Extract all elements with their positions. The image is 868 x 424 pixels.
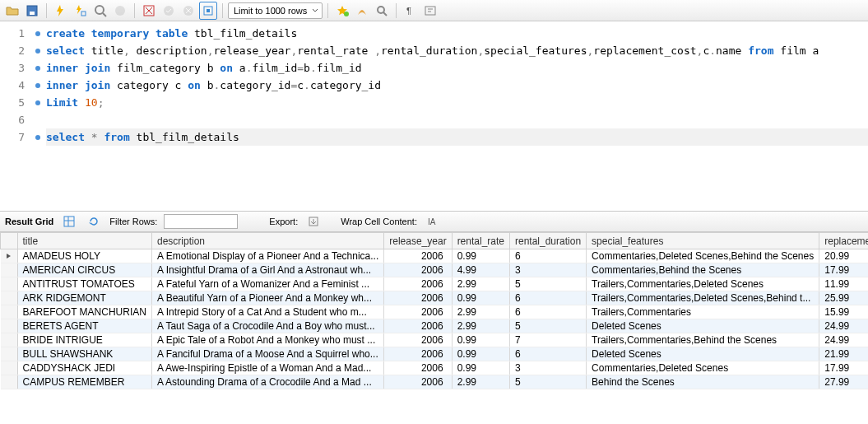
cell[interactable]: 21.99 [819, 347, 868, 361]
export-icon[interactable] [304, 212, 323, 231]
cell[interactable]: CADDYSHACK JEDI [17, 361, 151, 375]
cell[interactable]: A Insightful Drama of a Girl And a Astro… [151, 263, 383, 277]
results-grid[interactable]: titledescriptionrelease_yearrental_rater… [0, 232, 868, 424]
cell[interactable]: 17.99 [819, 361, 868, 375]
cell[interactable]: ARK RIDGEMONT [17, 291, 151, 305]
cell[interactable]: AMADEUS HOLY [17, 249, 151, 263]
refresh-icon[interactable] [85, 212, 103, 231]
cell[interactable]: ANTITRUST TOMATOES [17, 277, 151, 291]
grid-view-icon[interactable] [60, 212, 78, 231]
table-row[interactable]: BULL SHAWSHANKA Fanciful Drama of a Moos… [1, 347, 869, 361]
cell[interactable]: Trailers,Commentaries,Behind the Scenes [587, 333, 819, 347]
row-limit-select[interactable]: Limit to 1000 rows [228, 2, 323, 19]
commit-icon[interactable] [140, 2, 158, 20]
cell[interactable]: 0.99 [452, 333, 509, 347]
cell[interactable]: Commentaries,Behind the Scenes [587, 263, 819, 277]
table-row[interactable]: BRIDE INTRIGUEA Epic Tale of a Robot And… [1, 333, 869, 347]
cell[interactable]: A Taut Saga of a Crocodile And a Boy who… [151, 319, 383, 333]
stop-icon[interactable] [111, 2, 129, 20]
cell[interactable]: 2006 [384, 277, 452, 291]
show-hide-icon[interactable]: ¶ [402, 2, 420, 20]
wrap-icon[interactable] [421, 2, 439, 20]
table-row[interactable]: CADDYSHACK JEDIA Awe-Inspiring Epistle o… [1, 361, 869, 375]
column-header-special_features[interactable]: special_features [587, 233, 819, 249]
column-header-rental_duration[interactable]: rental_duration [510, 233, 587, 249]
execute-plan-icon[interactable] [72, 2, 90, 20]
table-row[interactable]: BAREFOOT MANCHURIANA Intrepid Story of a… [1, 305, 869, 319]
cell[interactable]: Trailers,Commentaries,Deleted Scenes,Beh… [587, 291, 819, 305]
column-header-description[interactable]: description [151, 233, 383, 249]
cell[interactable]: 2006 [384, 361, 452, 375]
favorite-icon[interactable] [333, 2, 351, 20]
table-row[interactable]: AMERICAN CIRCUSA Insightful Drama of a G… [1, 263, 869, 277]
cell[interactable]: Behind the Scenes [587, 375, 819, 389]
wrap-cell-icon[interactable]: IA [424, 212, 442, 231]
cell[interactable]: Trailers,Commentaries [587, 305, 819, 319]
column-header-replacement_cost[interactable]: replacement_cost [819, 233, 868, 249]
cell[interactable]: A Awe-Inspiring Epistle of a Woman And a… [151, 361, 383, 375]
column-header-title[interactable]: title [17, 233, 151, 249]
execute-icon[interactable] [52, 2, 70, 20]
cell[interactable]: 11.99 [819, 277, 868, 291]
explain-icon[interactable] [91, 2, 109, 20]
cell[interactable]: BAREFOOT MANCHURIAN [17, 305, 151, 319]
cell[interactable]: 5 [510, 375, 587, 389]
cell[interactable]: 4.99 [452, 263, 509, 277]
cell[interactable]: A Fateful Yarn of a Womanizer And a Femi… [151, 277, 383, 291]
column-header-release_year[interactable]: release_year [384, 233, 452, 249]
code-area[interactable]: create temporary table tbl_film_detailss… [46, 25, 868, 161]
cell[interactable]: 2.99 [452, 375, 509, 389]
cell[interactable]: 25.99 [819, 291, 868, 305]
cell[interactable]: 3 [510, 263, 587, 277]
column-header-rental_rate[interactable]: rental_rate [452, 233, 509, 249]
table-row[interactable]: ANTITRUST TOMATOESA Fateful Yarn of a Wo… [1, 277, 869, 291]
cell[interactable]: 7 [510, 333, 587, 347]
cell[interactable]: A Beautiful Yarn of a Pioneer And a Monk… [151, 291, 383, 305]
cell[interactable]: 6 [510, 291, 587, 305]
cell[interactable]: 2006 [384, 305, 452, 319]
cell[interactable]: 2006 [384, 375, 452, 389]
cell[interactable]: A Epic Tale of a Robot And a Monkey who … [151, 333, 383, 347]
save-icon[interactable] [23, 2, 41, 20]
cell[interactable]: BRIDE INTRIGUE [17, 333, 151, 347]
sql-editor[interactable]: 1234567 create temporary table tbl_film_… [0, 21, 868, 161]
cell[interactable]: 6 [510, 347, 587, 361]
cell[interactable]: 5 [510, 319, 587, 333]
cell[interactable]: Commentaries,Deleted Scenes,Behind the S… [587, 249, 819, 263]
cell[interactable]: Deleted Scenes [587, 319, 819, 333]
table-row[interactable]: AMADEUS HOLYA Emotional Display of a Pio… [1, 249, 869, 263]
cell[interactable]: 2006 [384, 291, 452, 305]
table-row[interactable]: CAMPUS REMEMBERA Astounding Drama of a C… [1, 375, 869, 389]
table-row[interactable]: ARK RIDGEMONTA Beautiful Yarn of a Pione… [1, 291, 869, 305]
cell[interactable]: 2006 [384, 249, 452, 263]
beautify-icon[interactable] [353, 2, 371, 20]
cell[interactable]: A Intrepid Story of a Cat And a Student … [151, 305, 383, 319]
cell[interactable]: A Astounding Drama of a Crocodile And a … [151, 375, 383, 389]
cell[interactable]: 27.99 [819, 375, 868, 389]
cell[interactable]: 15.99 [819, 305, 868, 319]
cell[interactable]: BERETS AGENT [17, 319, 151, 333]
cell[interactable]: 6 [510, 249, 587, 263]
cell[interactable]: A Emotional Display of a Pioneer And a T… [151, 249, 383, 263]
cell[interactable]: 17.99 [819, 263, 868, 277]
cell[interactable]: 0.99 [452, 361, 509, 375]
cell[interactable]: 24.99 [819, 319, 868, 333]
cell[interactable]: 24.99 [819, 333, 868, 347]
cell[interactable]: 3 [510, 361, 587, 375]
find-icon[interactable] [373, 2, 391, 20]
cell[interactable]: 2.99 [452, 277, 509, 291]
toggle-autocommit-icon[interactable] [199, 2, 217, 20]
cell[interactable]: 2006 [384, 347, 452, 361]
cell[interactable]: 2006 [384, 319, 452, 333]
cell[interactable]: Commentaries,Deleted Scenes [587, 361, 819, 375]
open-file-icon[interactable] [3, 2, 21, 20]
cell[interactable]: 6 [510, 305, 587, 319]
cell[interactable]: 5 [510, 277, 587, 291]
cell[interactable]: 0.99 [452, 249, 509, 263]
cell[interactable]: 2006 [384, 333, 452, 347]
cell[interactable]: 0.99 [452, 347, 509, 361]
table-row[interactable]: BERETS AGENTA Taut Saga of a Crocodile A… [1, 319, 869, 333]
filter-rows-input[interactable] [164, 214, 238, 229]
cell[interactable]: 2.99 [452, 319, 509, 333]
cell[interactable]: CAMPUS REMEMBER [17, 375, 151, 389]
